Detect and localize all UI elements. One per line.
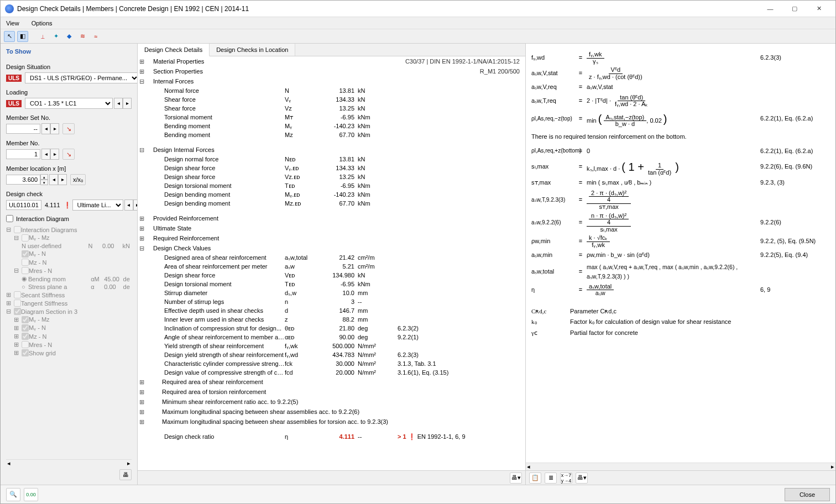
- row-req-shear[interactable]: Required area of shear reinforcement: [145, 379, 283, 385]
- memberset-input[interactable]: [6, 124, 40, 134]
- memberno-pick[interactable]: ↘: [62, 149, 75, 160]
- table-row: Design shear forceVᴇᴅ134.980kN: [138, 271, 525, 280]
- row-provided-reinforcement[interactable]: Provided Reinforcement: [145, 215, 283, 222]
- table-row: Design value of compressive strength of …: [138, 368, 525, 377]
- print-left[interactable]: 🖶: [119, 469, 132, 480]
- row-max-long1[interactable]: Maximum longitudinal spacing between she…: [145, 408, 525, 415]
- table-row: Design yield strength of shear reinforce…: [138, 350, 525, 359]
- table-row: Design normal forceNᴇᴅ13.81kN: [138, 155, 525, 164]
- row-material-properties[interactable]: Material Properties: [145, 58, 283, 65]
- formula-asw-t923: aₛw,T,9.2.3(3)= 2 · π · (dₛ,w)²4sᴛ,max: [531, 190, 828, 211]
- row-max-long2[interactable]: Maximum longitudinal spacing between she…: [145, 418, 525, 425]
- design-situation-select[interactable]: DS1 - ULS (STR/GEO) - Permane...: [25, 72, 138, 83]
- close-button[interactable]: Close: [785, 488, 830, 501]
- left-scroll[interactable]: ◂▸: [6, 459, 132, 467]
- row-req-torsion[interactable]: Required area of torsion reinforcement: [145, 389, 283, 395]
- memberset-pick[interactable]: ↘: [62, 123, 75, 134]
- location-up[interactable]: ▴: [40, 174, 48, 180]
- tree-tangent: Tangent Stiffness: [21, 300, 94, 307]
- table-row: Design bending momentMz.ᴇᴅ67.70kNm: [138, 199, 525, 208]
- toolbar-btn-3[interactable]: ⟂: [37, 31, 48, 42]
- interaction-diagram-label: Interaction Diagram: [16, 216, 69, 222]
- row-design-internal-forces[interactable]: Design Internal Forces: [145, 146, 283, 153]
- design-check-ratio: 4.111: [45, 202, 60, 208]
- mid-bottom-toolbar: 🖶▾: [138, 470, 525, 485]
- table-row: Number of stirrup legsn3--: [138, 297, 525, 306]
- uls-badge: ULS: [6, 75, 22, 82]
- table-row: Yield strength of shear reinforcementfᵧ,…: [138, 342, 525, 350]
- memberset-next[interactable]: ▸: [50, 123, 59, 134]
- tree-interaction-diagrams: Interaction Diagrams: [21, 227, 94, 233]
- table-row: Angle of shear reinforcement to member a…: [138, 333, 525, 342]
- close-window-button[interactable]: ✕: [807, 1, 831, 17]
- right-panel: fᵧ,wd= fᵧ,wkγₛ 6.2.3(3) aₛw,V,stat= Vᴱdz…: [526, 44, 835, 485]
- status-help-button[interactable]: 🔍: [6, 488, 20, 501]
- main-grid[interactable]: ⊞Material PropertiesC30/37 | DIN EN 1992…: [138, 56, 525, 470]
- design-check-type[interactable]: Ultimate Li...: [72, 200, 123, 211]
- toolbar-btn-1[interactable]: ↖: [4, 31, 15, 42]
- memberno-input[interactable]: [6, 149, 40, 159]
- row-internal-forces[interactable]: Internal Forces: [145, 78, 283, 85]
- menu-options[interactable]: Options: [29, 19, 55, 28]
- toolbar-btn-7[interactable]: ≈: [90, 31, 101, 42]
- memberno-label: Member No.: [6, 140, 132, 146]
- memberset-prev[interactable]: ◂: [41, 123, 50, 134]
- memberno-next[interactable]: ▸: [50, 149, 59, 160]
- row-required-reinforcement[interactable]: Required Reinforcement: [145, 235, 283, 242]
- formula-eta: η= aₛw,totalaₛw 6, 9: [531, 284, 828, 297]
- location-prev[interactable]: ◂: [49, 174, 58, 185]
- row-section-properties[interactable]: Section Properties: [145, 68, 283, 75]
- tree-secant: Secant Stiffness: [21, 292, 94, 298]
- warn-icon: ❗: [64, 202, 71, 209]
- table-row: Design torsional momentTᴇᴅ-6.95kNm: [138, 280, 525, 288]
- statusbar: 🔍 0.00 Close: [1, 485, 835, 503]
- design-check-next[interactable]: ▸: [133, 200, 138, 211]
- toolbar-list-icon[interactable]: ≣: [545, 473, 557, 484]
- interaction-diagram-checkbox[interactable]: [6, 215, 13, 222]
- design-check-prev[interactable]: ◂: [124, 200, 133, 211]
- toolbar-btn-2[interactable]: ◧: [17, 31, 28, 42]
- formula-asw-total: aₛw,total= max ( aₛw,V,req + aₛw,T,req ,…: [531, 262, 828, 281]
- toolbar: ↖ ◧ ⟂ ✦ ◆ ≋ ≈: [1, 29, 835, 44]
- menu-view[interactable]: View: [4, 19, 22, 28]
- table-row: Shear forceVz13.25kN: [138, 104, 525, 113]
- table-row: Area of shear reinforcement per meteraₛw…: [138, 262, 525, 271]
- location-label: Member location x [m]: [6, 165, 132, 172]
- toolbar-print-icon[interactable]: 🖶▾: [576, 473, 588, 484]
- minimize-button[interactable]: —: [758, 1, 782, 17]
- toolbar-xy-icon[interactable]: x→7y→4: [560, 473, 572, 484]
- toolbar-refresh-icon[interactable]: 📋: [529, 473, 541, 484]
- table-row: Normal forceN13.81kN: [138, 86, 525, 95]
- loading-prev[interactable]: ◂: [114, 98, 123, 109]
- maximize-button[interactable]: ▢: [782, 1, 807, 17]
- row-ultimate-state[interactable]: Ultimate State: [145, 225, 283, 232]
- table-row: Shear forceVᵧ134.33kN: [138, 95, 525, 104]
- toolbar-btn-5[interactable]: ◆: [64, 31, 75, 42]
- location-xx0[interactable]: x/x₀: [70, 174, 86, 185]
- formula-stmax: sᴛ,max= min ( sₗ,max , u⁄8 , bₘᵢₙ ) 9.2.…: [531, 178, 828, 188]
- memberno-prev[interactable]: ◂: [41, 149, 50, 160]
- mid-print-button[interactable]: 🖶▾: [510, 473, 522, 484]
- tab-design-check-details[interactable]: Design Check Details: [138, 44, 210, 56]
- table-row: Effective depth used in shear checksd146…: [138, 306, 525, 315]
- toolbar-btn-6[interactable]: ≋: [77, 31, 88, 42]
- memberset-label: Member Set No.: [6, 114, 132, 121]
- row-design-check-values[interactable]: Design Check Values: [145, 245, 283, 251]
- design-check-code[interactable]: [6, 200, 41, 210]
- formula-asw-vstat: aₛw,V,stat= Vᴱdz · fᵧ,wd · (cot (θᴱd)): [531, 67, 828, 80]
- loading-select[interactable]: CO1 - 1.35 * LC1: [25, 98, 113, 109]
- right-scroll[interactable]: ◂▸: [526, 463, 835, 470]
- location-next[interactable]: ▸: [58, 174, 67, 185]
- formula-note: There is no required tension reinforceme…: [531, 132, 828, 142]
- table-row: Design bending momentMᵧ.ᴇᴅ-140.23kNm: [138, 190, 525, 199]
- row-min-shear[interactable]: Minimum shear reinforcement ratio acc. t…: [145, 398, 525, 405]
- formula-pane[interactable]: fᵧ,wd= fᵧ,wkγₛ 6.2.3(3) aₛw,V,stat= Vᴱdz…: [526, 44, 835, 463]
- location-down[interactable]: ▾: [40, 180, 48, 185]
- loading-next[interactable]: ▸: [123, 98, 132, 109]
- formula-slmax: sₗ,max= kₛ,l,max · d · ( 1 + 1tan (αᴱd) …: [531, 158, 828, 176]
- status-decimals-button[interactable]: 0.00: [24, 488, 38, 501]
- toolbar-btn-4[interactable]: ✦: [50, 31, 61, 42]
- tab-design-checks-location[interactable]: Design Checks in Location: [210, 44, 295, 56]
- table-row: Design torsional momentTᴇᴅ-6.95kNm: [138, 181, 525, 190]
- location-input[interactable]: [6, 175, 40, 185]
